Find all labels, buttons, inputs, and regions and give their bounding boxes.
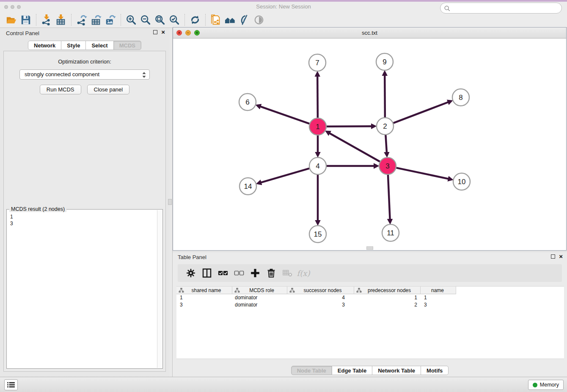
table-cell[interactable]: 2: [354, 301, 421, 309]
mcds-result-line: 3: [10, 220, 154, 227]
refresh-icon[interactable]: [188, 14, 202, 26]
search-input[interactable]: [452, 3, 558, 13]
criterion-select-value: strongly connected component: [25, 71, 99, 77]
control-panel: Control Panel × NetworkStyleSelectMCDS O…: [0, 28, 169, 377]
delete-table-icon: [279, 267, 295, 279]
canvas-scroll-handle[interactable]: [366, 246, 373, 250]
table-cell[interactable]: dominator: [232, 301, 287, 309]
table-cell[interactable]: 3: [421, 301, 456, 309]
edge-3-11[interactable]: [388, 175, 390, 220]
edge-2-8[interactable]: [394, 102, 449, 123]
tab-edge-table[interactable]: Edge Table: [332, 366, 372, 375]
zoom-in-icon[interactable]: [124, 14, 138, 26]
network-canvas[interactable]: 7968124314101511: [173, 39, 566, 250]
edge-3-10[interactable]: [396, 168, 449, 179]
close-panel-icon[interactable]: ×: [161, 30, 165, 34]
node-label-10: 10: [458, 178, 466, 186]
hide-graphics-details-icon[interactable]: [237, 14, 252, 26]
tab-network[interactable]: Network: [28, 41, 61, 50]
node-table: shared nameMCDS rolesuccessor nodesprede…: [176, 286, 564, 359]
tab-mcds[interactable]: MCDS: [114, 41, 141, 50]
float-panel-icon[interactable]: [153, 30, 157, 34]
float-table-panel-icon[interactable]: [551, 254, 555, 259]
zoom-fit-icon[interactable]: [153, 14, 167, 26]
export-network-icon[interactable]: [74, 14, 89, 26]
table-row[interactable]: 3dominator323: [176, 301, 564, 309]
table-cell[interactable]: 3: [287, 301, 354, 309]
open-network-file-icon[interactable]: [209, 14, 223, 26]
save-session-icon[interactable]: [19, 14, 33, 26]
edge-1-6[interactable]: [260, 106, 309, 124]
table-cell[interactable]: 1: [354, 294, 421, 301]
table-toolbar: f(x): [178, 264, 562, 282]
memory-button-label: Memory: [540, 382, 559, 388]
edge-4-14[interactable]: [261, 168, 309, 182]
optimization-criterion-label: Optimization criterion:: [4, 58, 165, 65]
edge-1-7[interactable]: [317, 76, 318, 118]
run-mcds-button[interactable]: Run MCDS: [40, 85, 81, 94]
export-image-icon[interactable]: [103, 14, 118, 26]
node-label-6: 6: [245, 98, 249, 106]
search-icon: [444, 5, 451, 12]
node-label-1: 1: [316, 123, 319, 131]
table-settings-icon[interactable]: [183, 267, 199, 279]
table-row[interactable]: 1dominator411: [176, 294, 564, 301]
toolbar-separator: [71, 14, 72, 26]
tab-network-table[interactable]: Network Table: [372, 366, 421, 375]
column-header-successor-nodes[interactable]: successor nodes: [287, 287, 354, 294]
clear-all-checks-icon[interactable]: [231, 267, 247, 279]
column-header-shared-name[interactable]: shared name: [176, 287, 232, 294]
table-panel-title: Table Panel: [178, 254, 206, 260]
table-cell[interactable]: dominator: [232, 294, 287, 301]
table-header-row: shared nameMCDS rolesuccessor nodesprede…: [176, 286, 564, 294]
edge-3-1[interactable]: [329, 133, 380, 161]
import-network-icon[interactable]: [39, 14, 54, 26]
mcds-result-line: 1: [10, 213, 154, 220]
criterion-select[interactable]: strongly connected component: [19, 69, 150, 80]
table-cell[interactable]: 1: [421, 294, 456, 301]
control-panel-header: Control Panel ×: [0, 28, 169, 39]
node-label-14: 14: [244, 182, 252, 190]
toolbar-separator: [205, 14, 206, 26]
close-table-panel-icon[interactable]: ×: [559, 254, 563, 259]
mcds-result-scrollbar[interactable]: [157, 210, 162, 368]
delete-column-icon[interactable]: [263, 267, 279, 279]
application-window: Session: New Session Control Panel × Net…: [0, 0, 567, 392]
home-icon[interactable]: [223, 14, 237, 26]
tab-motifs[interactable]: Motifs: [421, 366, 449, 375]
column-header-MCDS-role[interactable]: MCDS role: [232, 287, 287, 294]
zoom-selected-icon[interactable]: [167, 14, 182, 26]
column-header-name[interactable]: name: [421, 287, 456, 294]
show-panels-button[interactable]: [4, 379, 18, 390]
edge-2-3[interactable]: [385, 135, 387, 153]
split-pane-divider[interactable]: [169, 28, 173, 377]
edge-1-2[interactable]: [327, 126, 372, 127]
node-label-7: 7: [315, 59, 319, 67]
table-cell[interactable]: 1: [176, 294, 232, 301]
import-table-icon[interactable]: [54, 14, 68, 26]
table-cell[interactable]: 3: [176, 301, 232, 309]
open-file-icon[interactable]: [4, 14, 19, 26]
tab-style[interactable]: Style: [61, 41, 86, 50]
search-box[interactable]: [440, 3, 562, 14]
status-bar: Memory: [0, 377, 567, 392]
close-panel-button[interactable]: Close panel: [87, 85, 130, 94]
show-column-icon[interactable]: [199, 267, 215, 279]
tab-node-table[interactable]: Node Table: [291, 366, 332, 375]
network-view-window: × − + scc.txt 7968124314101511: [173, 27, 567, 251]
export-table-icon[interactable]: [89, 14, 103, 26]
memory-status-dot: [533, 383, 537, 387]
edge-2-9[interactable]: [385, 75, 385, 117]
zoom-out-icon[interactable]: [138, 14, 153, 26]
node-label-11: 11: [387, 229, 394, 237]
node-label-15: 15: [314, 230, 322, 238]
select-all-checks-icon[interactable]: [215, 267, 231, 279]
tab-select[interactable]: Select: [86, 41, 113, 50]
add-column-icon[interactable]: [247, 267, 263, 279]
divider-grip[interactable]: [168, 199, 172, 205]
mcds-result-list[interactable]: 13: [7, 211, 157, 368]
table-cell[interactable]: 4: [287, 294, 354, 301]
main-toolbar: [0, 12, 567, 28]
memory-button[interactable]: Memory: [528, 380, 564, 390]
column-header-predecessor-nodes[interactable]: predecessor nodes: [354, 287, 421, 294]
